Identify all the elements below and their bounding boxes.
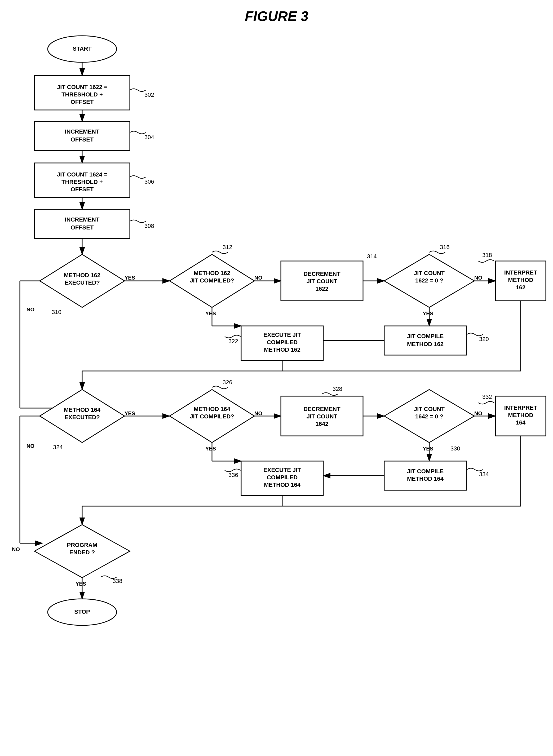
ref-314: 314	[367, 253, 377, 260]
ref-326-squiggle	[212, 386, 228, 389]
diamond-312-label: METHOD 162	[194, 270, 230, 276]
ref-308-squiggle	[130, 220, 146, 223]
label-324-yes: YES	[125, 410, 135, 416]
box-304-label: INCREMENT	[65, 128, 100, 135]
box-322-label: EXECUTE JIT	[263, 332, 301, 338]
ref-324: 324	[53, 444, 63, 450]
ref-338: 338	[112, 578, 123, 584]
label-316-yes: YES	[423, 311, 433, 316]
ref-304: 304	[144, 134, 154, 141]
diamond-316-label2: 1622 = 0 ?	[415, 277, 443, 284]
box-332-label2: METHOD	[508, 412, 533, 418]
ref-328-squiggle	[322, 393, 338, 395]
box-336-label2: COMPILED	[267, 474, 298, 481]
ref-320: 320	[479, 336, 489, 342]
ref-334-squiggle	[467, 468, 483, 471]
diamond-324-label: METHOD 164	[64, 407, 101, 413]
box-314-label: DECREMENT	[303, 270, 340, 277]
diamond-338-label: PROGRAM	[67, 541, 97, 548]
label-326-yes: YES	[205, 446, 216, 451]
ref-332: 332	[482, 394, 492, 400]
box-336-label3: METHOD 164	[264, 482, 301, 488]
ref-312-squiggle	[212, 251, 228, 254]
box-308-label2: OFFSET	[71, 224, 94, 231]
ref-328: 328	[332, 386, 342, 392]
ref-316-squiggle	[429, 251, 445, 254]
box-334-label2: METHOD 164	[407, 475, 444, 482]
box-302-label2: THRESHOLD +	[62, 91, 103, 98]
box-304-label2: OFFSET	[71, 136, 94, 143]
box-322-label2: COMPILED	[267, 339, 298, 346]
label-316-no: NO	[474, 275, 482, 281]
ref-330: 330	[451, 445, 460, 452]
label-338-no: NO	[12, 547, 20, 552]
label-324-no: NO	[26, 443, 34, 449]
ref-302-squiggle	[130, 89, 146, 91]
box-328-label3: 1642	[316, 421, 329, 427]
ref-318-squiggle	[478, 260, 494, 262]
label-310-no: NO	[26, 307, 34, 313]
ref-318: 318	[482, 252, 492, 258]
label-330-no: NO	[474, 410, 482, 416]
label-310-yes: YES	[125, 275, 135, 281]
box-302-label: JIT COUNT 1622 =	[57, 84, 107, 90]
ref-320-squiggle	[467, 333, 483, 336]
box-328-label: DECREMENT	[303, 406, 340, 412]
box-320-label2: METHOD 162	[407, 341, 444, 347]
ref-334: 334	[479, 471, 489, 478]
figure-title: FIGURE 3	[245, 8, 308, 24]
box-318-label: INTERPRET	[504, 269, 537, 276]
start-label: START	[73, 45, 92, 52]
box-332-label3: 164	[516, 419, 526, 426]
ref-312: 312	[223, 244, 232, 250]
box-306-label3: OFFSET	[71, 186, 94, 193]
box-308-label: INCREMENT	[65, 216, 100, 223]
box-334-label: JIT COMPILE	[407, 468, 444, 475]
diamond-326-label: METHOD 164	[194, 406, 231, 412]
label-326-no: NO	[254, 410, 262, 416]
diamond-324-label2: EXECUTED?	[64, 414, 100, 421]
diamond-338-label2: ENDED ?	[69, 549, 95, 556]
box-306-label: JIT COUNT 1624 =	[57, 171, 107, 178]
label-330-yes: YES	[423, 446, 433, 451]
box-318-label3: 162	[516, 284, 526, 291]
ref-316: 316	[440, 244, 450, 250]
label-312-no: NO	[254, 275, 262, 281]
label-338-yes: YES	[76, 581, 86, 587]
ref-322: 322	[228, 338, 238, 344]
ref-308: 308	[144, 223, 154, 229]
ref-336-squiggle	[225, 469, 241, 472]
stop-label: STOP	[74, 608, 90, 615]
box-306-label2: THRESHOLD +	[62, 179, 103, 185]
ref-304-squiggle	[130, 131, 146, 134]
ref-326: 326	[223, 379, 232, 386]
ref-310: 310	[52, 309, 62, 315]
ref-302: 302	[144, 91, 154, 98]
label-312-yes: YES	[205, 311, 216, 316]
box-328-label2: JIT COUNT	[307, 413, 337, 420]
diamond-310-label2: EXECUTED?	[64, 279, 100, 286]
box-302-label3: OFFSET	[71, 99, 94, 105]
ref-306: 306	[144, 178, 154, 185]
diamond-310-label: METHOD 162	[64, 272, 100, 278]
box-314-label3: 1622	[316, 285, 329, 292]
diamond-312-label2: JIT COMPILED?	[190, 277, 234, 284]
ref-332-squiggle	[478, 402, 494, 404]
box-320-label: JIT COMPILE	[407, 333, 444, 339]
ref-306-squiggle	[130, 176, 146, 178]
box-318-label2: METHOD	[508, 277, 533, 283]
box-314-label2: JIT COUNT	[307, 278, 337, 284]
box-336-label: EXECUTE JIT	[263, 467, 301, 473]
box-322-label3: METHOD 162	[264, 346, 301, 353]
ref-322-squiggle	[225, 335, 241, 338]
ref-336: 336	[228, 472, 238, 478]
diamond-330-label: JIT COUNT	[414, 406, 445, 412]
diamond-330-label2: 1642 = 0 ?	[415, 413, 443, 420]
box-332-label: INTERPRET	[504, 404, 537, 411]
diamond-316-label: JIT COUNT	[414, 270, 445, 276]
diamond-326-label2: JIT COMPILED?	[190, 413, 234, 420]
